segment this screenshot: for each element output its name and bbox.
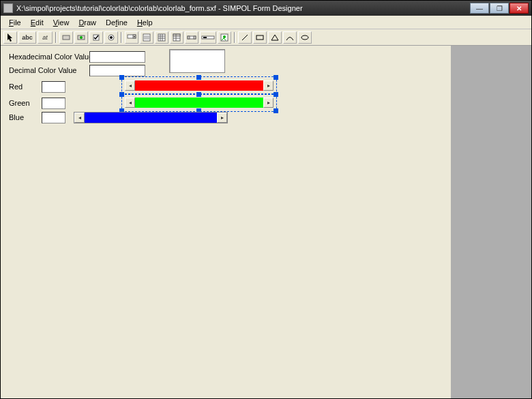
svg-rect-23 — [194, 36, 196, 39]
svg-point-5 — [110, 36, 113, 39]
svg-rect-12 — [158, 34, 165, 41]
menu-draw[interactable]: Draw — [74, 17, 101, 28]
red-textbox[interactable] — [42, 81, 65, 93]
blue-label: Blue — [9, 113, 24, 121]
menu-view[interactable]: View — [48, 17, 74, 28]
tool-line[interactable] — [238, 31, 252, 44]
tool-arc[interactable] — [283, 31, 297, 44]
minimize-button[interactable]: — — [470, 3, 489, 14]
scroll-left-button[interactable]: ◂ — [125, 98, 135, 108]
titlebar: X:\simpol\projects\tutorial\colorlab\col… — [1, 1, 531, 16]
resize-handle-n[interactable] — [196, 75, 201, 80]
resize-handle-e[interactable] — [274, 92, 278, 97]
hex-textbox[interactable] — [89, 51, 145, 63]
form-canvas[interactable]: Hexadecimal Color Value Decimal Color Va… — [1, 46, 451, 398]
app-icon — [3, 3, 13, 13]
tool-scrollbar[interactable] — [185, 31, 198, 44]
green-label: Green — [9, 99, 30, 107]
svg-point-2 — [80, 36, 83, 39]
tool-rectangle[interactable] — [253, 31, 267, 44]
tool-bitmap-button[interactable] — [74, 31, 88, 44]
resize-handle-nw[interactable] — [119, 75, 124, 80]
green-scrollbar-track[interactable] — [135, 98, 263, 108]
toolbar-separator — [55, 32, 57, 43]
svg-rect-18 — [173, 34, 180, 36]
green-textbox[interactable] — [42, 98, 65, 109]
tool-button[interactable] — [59, 31, 73, 44]
tool-datagrid[interactable] — [170, 31, 183, 44]
tool-label[interactable]: abc — [18, 31, 36, 44]
window-title: X:\simpol\projects\tutorial\colorlab\col… — [16, 4, 469, 12]
svg-rect-29 — [256, 35, 263, 40]
tool-ellipse[interactable] — [298, 31, 312, 44]
tool-listbox[interactable] — [140, 31, 153, 44]
svg-rect-25 — [203, 37, 207, 38]
window-buttons: — ❐ ✕ — [469, 3, 529, 14]
tool-gauge[interactable] — [200, 31, 216, 44]
toolbar-separator — [234, 32, 235, 43]
blue-scrollbar[interactable]: ◂ ▸ — [74, 112, 228, 123]
red-label: Red — [9, 83, 23, 91]
scroll-left-button[interactable]: ◂ — [125, 80, 135, 91]
svg-line-28 — [242, 35, 248, 40]
tool-image[interactable] — [218, 31, 231, 44]
work-area: Hexadecimal Color Value Decimal Color Va… — [1, 46, 531, 398]
menu-edit[interactable]: Edit — [26, 17, 48, 28]
hex-label: Hexadecimal Color Value — [9, 53, 93, 61]
svg-rect-0 — [63, 35, 70, 40]
dec-textbox[interactable] — [89, 65, 145, 76]
tool-option[interactable] — [104, 31, 118, 44]
resize-handle-ne[interactable] — [274, 75, 278, 80]
green-scrollbar[interactable]: ◂ ▸ — [125, 97, 274, 108]
selection-mid-handle[interactable] — [196, 92, 201, 97]
menu-define[interactable]: Define — [101, 17, 132, 28]
blue-scrollbar-track[interactable] — [85, 113, 217, 123]
tool-triangle[interactable] — [268, 31, 282, 44]
resize-handle-w[interactable] — [119, 92, 124, 97]
maximize-button[interactable]: ❐ — [490, 3, 509, 14]
tool-combo[interactable] — [125, 31, 138, 44]
svg-point-27 — [223, 35, 226, 38]
red-scrollbar-track[interactable] — [135, 80, 263, 91]
dec-label: Decimal Color Value — [9, 66, 76, 74]
scroll-right-button[interactable]: ▸ — [263, 80, 274, 91]
toolbar-separator — [121, 32, 122, 43]
resize-handle-se[interactable] — [274, 108, 278, 113]
svg-rect-22 — [188, 36, 190, 39]
app-window: X:\simpol\projects\tutorial\colorlab\col… — [0, 0, 532, 399]
tool-grid[interactable] — [155, 31, 168, 44]
red-scrollbar[interactable]: ◂ ▸ — [125, 80, 274, 91]
tool-checkbox[interactable] — [89, 31, 103, 44]
scroll-right-button[interactable]: ▸ — [217, 113, 227, 123]
scroll-right-button[interactable]: ▸ — [263, 98, 274, 108]
svg-point-30 — [301, 35, 308, 40]
toolbar: abc at — [1, 29, 531, 46]
menu-file[interactable]: File — [4, 17, 26, 28]
tool-text[interactable]: at — [38, 31, 53, 44]
tool-pointer[interactable] — [3, 31, 17, 44]
menubar: File Edit View Draw Define Help — [1, 16, 531, 29]
right-margin — [451, 46, 531, 398]
menu-help[interactable]: Help — [132, 17, 158, 28]
blue-textbox[interactable] — [42, 112, 65, 123]
color-preview — [169, 49, 225, 73]
close-button[interactable]: ✕ — [509, 3, 529, 14]
scroll-left-button[interactable]: ◂ — [74, 113, 85, 123]
